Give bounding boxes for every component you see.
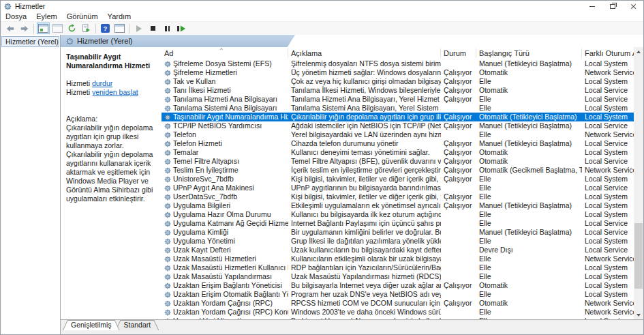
service-row[interactable]: TelefonYerel bilgisayardaki ve LAN üzeri… (162, 130, 634, 139)
service-gear-icon (164, 185, 171, 192)
service-gear-icon (164, 87, 171, 94)
minimize-button[interactable] (582, 1, 602, 12)
service-row[interactable]: Teslim En İyileştirmeİçerik teslim en iy… (162, 166, 634, 175)
cell-c-desc: İçerik teslim en iyileştirme görevleri g… (288, 166, 441, 175)
service-row[interactable]: Şifreleme Dosya Sistemi (EFS)Şifrelenmiş… (162, 59, 634, 68)
service-gear-icon (164, 132, 171, 139)
forward-icon[interactable] (18, 23, 31, 34)
cell-c-status: Çalışıyor (441, 166, 476, 175)
service-row[interactable]: TCP/IP NetBIOS YardımcısıAğdaki istemcil… (162, 121, 634, 130)
tab-standart[interactable]: Standart (116, 320, 159, 330)
service-row[interactable]: Uygulama Katmanı Ağ Geçidi HizmetiIntern… (162, 219, 634, 228)
service-row[interactable]: UPnP Aygıt Ana MakinesiUPnP aygıtlarının… (162, 184, 634, 192)
cell-c-logon: Local System (582, 192, 634, 201)
service-row[interactable]: UserDataSvc_7bdfbKişi bilgisi, takvimler… (162, 192, 634, 201)
service-gear-icon (164, 203, 171, 209)
menu-dosya[interactable]: Dosya (1, 12, 31, 21)
menu-yardim[interactable]: Yardım (103, 12, 136, 21)
service-row[interactable]: Taşınabilir Aygıt Numaralandırma Hizmeti… (162, 113, 634, 121)
cell-name c-name: TCP/IP NetBIOS Yardımcısı (162, 121, 288, 130)
cell-c-status (441, 104, 476, 113)
service-row[interactable]: Uzaktan Erişim Otomatik Bağlantı Yönetic… (162, 290, 634, 299)
service-gear-icon (164, 123, 171, 130)
service-row[interactable]: Tanılama Sistemi Ana BilgisayarıTanılama… (162, 104, 634, 113)
column-header-durum[interactable]: Durum (441, 48, 476, 58)
service-gear-icon (164, 247, 171, 254)
sort-indicator-icon: ^ (220, 47, 223, 53)
pause-service-icon[interactable] (161, 23, 174, 34)
service-row[interactable]: Uzak Kayıt DefteriUzak kullanıcıların bu… (162, 246, 634, 254)
service-row[interactable]: UnistoreSvc_7bdfbKişi bilgisi, takvimler… (162, 175, 634, 184)
cell-c-status (441, 210, 476, 219)
service-row[interactable]: Tanılama Hizmeti Ana BilgisayarıTanılama… (162, 95, 634, 104)
column-header-baslangic-turu[interactable]: Başlangıç Türü (476, 48, 582, 58)
cell-c-start: Devre Dışı (476, 246, 582, 254)
restart-service-link[interactable]: yeniden başlat (92, 88, 138, 96)
column-header-ad[interactable]: Ad (162, 48, 288, 58)
service-gear-icon (164, 158, 171, 165)
service-row[interactable]: Uzaktan Yordam Çağrısı (RPC)RPCSS hizmet… (162, 299, 634, 308)
service-row[interactable]: Uygulama BilgileriEtkileşimli uygulamala… (162, 201, 634, 210)
cell-name c-name: Uygulama Hazır Olma Durumu (162, 210, 288, 219)
cell-c-start: Elle (476, 237, 582, 246)
service-row[interactable]: Uygulama Hazır Olma DurumuKullanıcı bu b… (162, 210, 634, 219)
service-gear-icon (164, 176, 171, 183)
service-row[interactable]: Telefon HizmetiCihazda telefon durumunu … (162, 139, 634, 148)
cell-c-logon: Network Service (582, 254, 634, 263)
tree-item-services-local[interactable]: Hizmetler (Yerel) (1, 36, 59, 47)
service-row[interactable]: Uygulama YönetimiGrup İlkesi ile dağıtıl… (162, 237, 634, 246)
scroll-down-icon[interactable] (634, 310, 643, 320)
service-row[interactable]: Şifreleme HizmetleriÜç yönetim hizmeti s… (162, 68, 634, 77)
menu-eylem[interactable]: Eylem (31, 12, 62, 21)
cell-c-logon: Local Service (582, 184, 634, 192)
export-list-icon[interactable] (80, 23, 93, 34)
cell-name c-name: Uzak Masaüstü Yapılandırması (162, 272, 288, 281)
start-service-icon[interactable] (132, 23, 145, 34)
restore-button[interactable] (602, 1, 623, 12)
scrollbar-thumb[interactable] (634, 223, 643, 289)
cell-c-start: Elle (476, 210, 582, 219)
cell-c-logon: Local System (582, 175, 634, 184)
service-row[interactable]: Temel Filtre AltyapısıTemel Filtre Altya… (162, 157, 634, 166)
close-button[interactable] (623, 1, 643, 12)
service-row[interactable]: Uygulama KimliğiBir uygulamanın kimliğin… (162, 228, 634, 237)
cell-c-logon: Network Service (582, 130, 634, 139)
back-icon[interactable] (3, 23, 16, 34)
cell-c-status: Çalışıyor (441, 95, 476, 104)
cell-name c-name: Uygulama Katmanı Ağ Geçidi Hizmeti (162, 219, 288, 228)
cell-c-logon: Local Service (582, 219, 634, 228)
service-row[interactable]: Uzak Masaüstü Hizmetleri Kullanıcı Modu … (162, 263, 634, 272)
tab-genisletilmis[interactable]: Genişletilmiş (63, 320, 120, 330)
cell-c-status: Çalışıyor (441, 68, 476, 77)
cell-c-start: Elle (476, 272, 582, 281)
refresh-icon[interactable] (65, 23, 78, 34)
toolbar-separator (129, 24, 129, 33)
vertical-scrollbar[interactable] (634, 47, 643, 320)
properties-window-icon[interactable] (113, 23, 126, 34)
cell-c-desc: Windows 2003'te ve daha önceki Windows s… (288, 308, 441, 317)
restart-service-icon[interactable] (175, 23, 188, 34)
cell-c-start: Manuel (Tetikleyici Başlatma) (476, 121, 582, 130)
service-row[interactable]: Tak ve KullanÇok az veya hiç kullanıcı g… (162, 77, 634, 86)
cell-c-desc: Kullanıcıların etkileşimli olarak bir uz… (288, 254, 441, 263)
service-row[interactable]: Uzak Masaüstü HizmetleriKullanıcıların e… (162, 254, 634, 263)
cell-c-logon: Local System (582, 104, 634, 113)
service-row[interactable]: Uzaktan Yordam Çağrısı (RPC) Konumlandır… (162, 308, 634, 317)
service-row[interactable]: Tanı İlkesi HizmetiTanılama İlkesi Hizme… (162, 86, 634, 95)
service-row[interactable]: Uzaktan Erişim Bağlantı YöneticisiBu bil… (162, 281, 634, 290)
service-row[interactable]: Uzak Masaüstü YapılandırmasıUzak Masaüst… (162, 272, 634, 281)
cell-c-logon: Local System (582, 281, 634, 290)
stop-service-link[interactable]: durdur (92, 79, 112, 87)
help-icon[interactable]: ? (99, 23, 112, 34)
console-window-icon[interactable] (51, 23, 64, 34)
cell-c-start: Otomatik (476, 68, 582, 77)
close-icon (630, 3, 637, 10)
scroll-up-icon[interactable] (634, 47, 643, 57)
cell-c-status (441, 272, 476, 281)
menu-gorunum[interactable]: Görünüm (62, 12, 103, 21)
show-console-tree-icon[interactable] (37, 23, 50, 34)
service-row[interactable]: TemalarKullanıcı deneyimi teması yönetim… (162, 148, 634, 157)
column-header-aciklama[interactable]: Açıklama (288, 48, 441, 58)
stop-service-icon[interactable] (147, 23, 159, 34)
extended-tab-top (287, 35, 643, 48)
